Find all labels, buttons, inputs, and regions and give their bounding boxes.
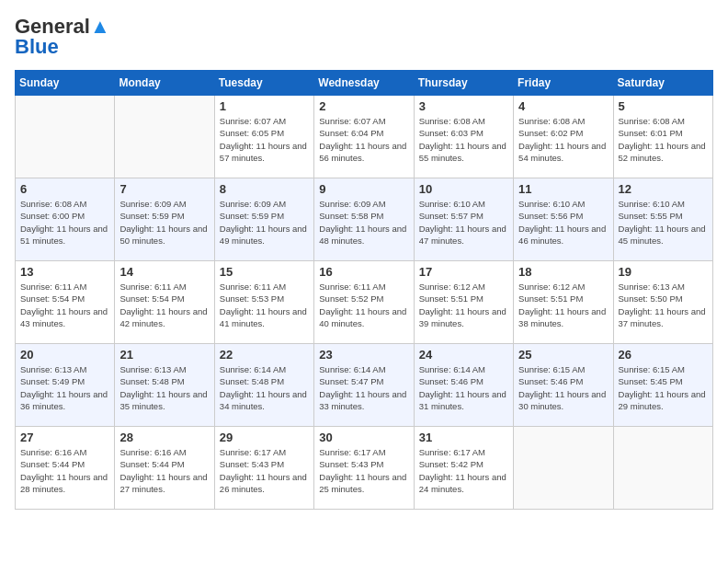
day-number: 23 [319,348,408,362]
page-header: General▲ Blue [15,15,713,59]
calendar-cell [115,96,214,178]
day-number: 29 [220,431,309,444]
calendar-cell: 17Sunrise: 6:12 AMSunset: 5:51 PMDayligh… [414,261,513,344]
calendar-cell: 16Sunrise: 6:11 AMSunset: 5:52 PMDayligh… [314,261,414,344]
day-number: 10 [419,182,508,196]
cell-details: Sunrise: 6:10 AMSunset: 5:55 PMDaylight:… [619,198,708,247]
calendar-cell [514,427,613,510]
calendar-cell: 22Sunrise: 6:14 AMSunset: 5:48 PMDayligh… [214,344,313,427]
day-number: 11 [518,182,608,196]
cell-details: Sunrise: 6:09 AMSunset: 5:59 PMDaylight:… [220,198,309,247]
day-number: 31 [419,431,508,444]
cell-details: Sunrise: 6:08 AMSunset: 6:03 PMDaylight:… [419,115,508,164]
cell-details: Sunrise: 6:07 AMSunset: 6:05 PMDaylight:… [220,115,309,164]
day-number: 12 [619,182,708,196]
calendar-cell [613,427,712,510]
cell-details: Sunrise: 6:10 AMSunset: 5:56 PMDaylight:… [518,198,608,247]
calendar-cell: 13Sunrise: 6:11 AMSunset: 5:54 PMDayligh… [16,261,115,344]
cell-details: Sunrise: 6:12 AMSunset: 5:51 PMDaylight:… [518,281,608,329]
calendar-cell: 30Sunrise: 6:17 AMSunset: 5:43 PMDayligh… [314,427,414,510]
cell-details: Sunrise: 6:16 AMSunset: 5:44 PMDaylight:… [119,446,209,495]
cell-details: Sunrise: 6:13 AMSunset: 5:48 PMDaylight:… [119,363,209,412]
calendar-cell: 14Sunrise: 6:11 AMSunset: 5:54 PMDayligh… [115,261,214,344]
day-number: 19 [619,265,708,279]
day-number: 1 [220,99,309,113]
day-number: 22 [220,348,309,362]
calendar-cell: 4Sunrise: 6:08 AMSunset: 6:02 PMDaylight… [514,96,613,178]
cell-details: Sunrise: 6:14 AMSunset: 5:46 PMDaylight:… [419,363,508,412]
day-number: 21 [119,348,209,362]
day-number: 27 [20,431,109,444]
cell-details: Sunrise: 6:17 AMSunset: 5:42 PMDaylight:… [419,446,508,495]
calendar-cell: 28Sunrise: 6:16 AMSunset: 5:44 PMDayligh… [115,427,214,510]
weekday-header: Friday [514,71,613,96]
calendar-cell: 31Sunrise: 6:17 AMSunset: 5:42 PMDayligh… [414,427,513,510]
day-number: 16 [319,265,408,279]
calendar-cell: 8Sunrise: 6:09 AMSunset: 5:59 PMDaylight… [214,178,313,261]
day-number: 24 [419,348,508,362]
day-number: 28 [119,431,209,444]
calendar-cell: 27Sunrise: 6:16 AMSunset: 5:44 PMDayligh… [16,427,115,510]
calendar-cell: 10Sunrise: 6:10 AMSunset: 5:57 PMDayligh… [414,178,513,261]
calendar-week-row: 13Sunrise: 6:11 AMSunset: 5:54 PMDayligh… [16,261,713,344]
cell-details: Sunrise: 6:13 AMSunset: 5:50 PMDaylight:… [619,281,708,329]
day-number: 20 [20,348,109,362]
calendar-cell: 26Sunrise: 6:15 AMSunset: 5:45 PMDayligh… [613,344,712,427]
calendar-cell: 11Sunrise: 6:10 AMSunset: 5:56 PMDayligh… [514,178,613,261]
calendar-cell: 23Sunrise: 6:14 AMSunset: 5:47 PMDayligh… [314,344,414,427]
day-number: 26 [619,348,708,362]
cell-details: Sunrise: 6:09 AMSunset: 5:59 PMDaylight:… [119,198,209,247]
day-number: 4 [518,99,608,113]
day-number: 5 [619,99,708,113]
day-number: 30 [319,431,408,444]
cell-details: Sunrise: 6:08 AMSunset: 6:00 PMDaylight:… [20,198,109,247]
cell-details: Sunrise: 6:11 AMSunset: 5:53 PMDaylight:… [220,281,309,329]
weekday-header: Tuesday [214,71,313,96]
calendar-cell: 2Sunrise: 6:07 AMSunset: 6:04 PMDaylight… [314,96,414,178]
cell-details: Sunrise: 6:17 AMSunset: 5:43 PMDaylight:… [220,446,309,495]
calendar-week-row: 20Sunrise: 6:13 AMSunset: 5:49 PMDayligh… [16,344,713,427]
calendar-cell: 20Sunrise: 6:13 AMSunset: 5:49 PMDayligh… [16,344,115,427]
calendar-cell: 25Sunrise: 6:15 AMSunset: 5:46 PMDayligh… [514,344,613,427]
calendar-week-row: 27Sunrise: 6:16 AMSunset: 5:44 PMDayligh… [16,427,713,510]
logo-blue-text: Blue [15,35,59,59]
calendar-week-row: 1Sunrise: 6:07 AMSunset: 6:05 PMDaylight… [16,96,713,178]
weekday-header: Monday [115,71,214,96]
calendar-cell: 15Sunrise: 6:11 AMSunset: 5:53 PMDayligh… [214,261,313,344]
day-number: 3 [419,99,508,113]
cell-details: Sunrise: 6:16 AMSunset: 5:44 PMDaylight:… [20,446,109,495]
day-number: 17 [419,265,508,279]
logo-icon: ▲ [90,15,110,38]
calendar-cell: 18Sunrise: 6:12 AMSunset: 5:51 PMDayligh… [514,261,613,344]
cell-details: Sunrise: 6:09 AMSunset: 5:58 PMDaylight:… [319,198,408,247]
cell-details: Sunrise: 6:07 AMSunset: 6:04 PMDaylight:… [319,115,408,164]
calendar-cell [16,96,115,178]
day-number: 7 [119,182,209,196]
cell-details: Sunrise: 6:10 AMSunset: 5:57 PMDaylight:… [419,198,508,247]
calendar-cell: 5Sunrise: 6:08 AMSunset: 6:01 PMDaylight… [613,96,712,178]
calendar-cell: 7Sunrise: 6:09 AMSunset: 5:59 PMDaylight… [115,178,214,261]
cell-details: Sunrise: 6:11 AMSunset: 5:54 PMDaylight:… [119,281,209,329]
weekday-header: Saturday [613,71,712,96]
calendar-cell: 19Sunrise: 6:13 AMSunset: 5:50 PMDayligh… [613,261,712,344]
day-number: 6 [20,182,109,196]
cell-details: Sunrise: 6:15 AMSunset: 5:45 PMDaylight:… [619,363,708,412]
day-number: 13 [20,265,109,279]
day-number: 8 [220,182,309,196]
cell-details: Sunrise: 6:11 AMSunset: 5:54 PMDaylight:… [20,281,109,329]
logo: General▲ Blue [15,15,110,59]
calendar-header-row: SundayMondayTuesdayWednesdayThursdayFrid… [16,71,713,96]
calendar-week-row: 6Sunrise: 6:08 AMSunset: 6:00 PMDaylight… [16,178,713,261]
calendar-cell: 1Sunrise: 6:07 AMSunset: 6:05 PMDaylight… [214,96,313,178]
cell-details: Sunrise: 6:17 AMSunset: 5:43 PMDaylight:… [319,446,408,495]
cell-details: Sunrise: 6:08 AMSunset: 6:01 PMDaylight:… [619,115,708,164]
calendar-cell: 24Sunrise: 6:14 AMSunset: 5:46 PMDayligh… [414,344,513,427]
day-number: 14 [119,265,209,279]
calendar-cell: 21Sunrise: 6:13 AMSunset: 5:48 PMDayligh… [115,344,214,427]
weekday-header: Thursday [414,71,513,96]
day-number: 9 [319,182,408,196]
calendar-table: SundayMondayTuesdayWednesdayThursdayFrid… [15,70,713,510]
cell-details: Sunrise: 6:15 AMSunset: 5:46 PMDaylight:… [518,363,608,412]
weekday-header: Wednesday [314,71,414,96]
cell-details: Sunrise: 6:12 AMSunset: 5:51 PMDaylight:… [419,281,508,329]
